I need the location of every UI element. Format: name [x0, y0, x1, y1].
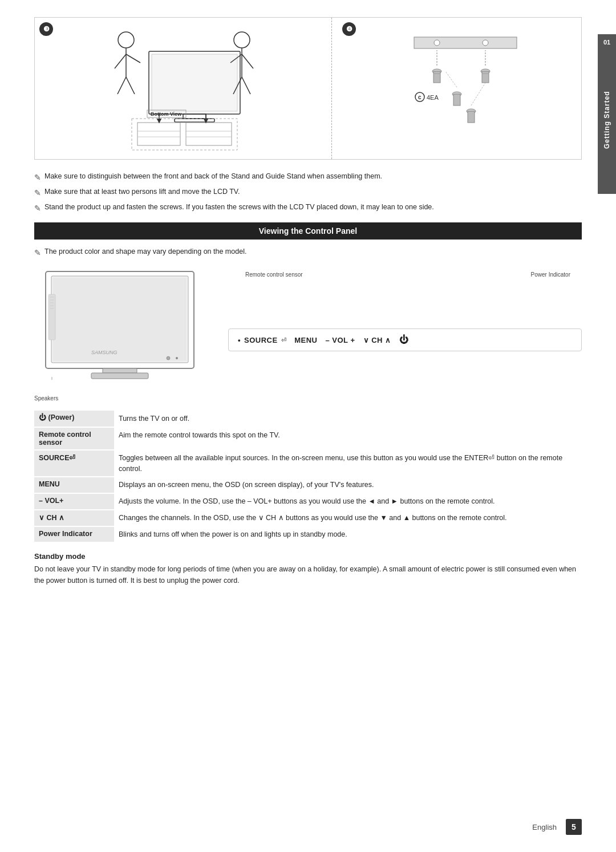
feature-name: Remote control sensor: [34, 427, 114, 450]
note-item-3: ✎ Stand the product up and fasten the sc…: [34, 202, 582, 214]
footer-language: English: [532, 823, 557, 831]
svg-rect-9: [175, 119, 214, 122]
feature-description: Toggles between all the available input …: [114, 450, 582, 477]
ch-label: ∨ CH ∧: [363, 336, 391, 344]
feature-name: SOURCE⏎: [34, 450, 114, 477]
tv-diagram-svg: SAMSUNG: [34, 266, 205, 391]
feature-row: MENUDisplays an on-screen menu, the OSD …: [34, 477, 582, 493]
feature-row: – VOL+Adjusts the volume. In the OSD, us…: [34, 493, 582, 510]
menu-label: MENU: [294, 336, 317, 344]
feature-row: Power IndicatorBlinks and turns off when…: [34, 526, 582, 543]
svg-rect-51: [103, 368, 137, 373]
svg-line-4: [117, 77, 126, 94]
svg-text:SAMSUNG: SAMSUNG: [91, 350, 117, 355]
feature-description: Aim the remote control towards this spot…: [114, 427, 582, 450]
feature-name: ⏻ (Power): [34, 411, 114, 427]
feature-row: SOURCE⏎Toggles between all the available…: [34, 450, 582, 477]
svg-point-54: [176, 357, 178, 359]
feature-description: Changes the channels. In the OSD, use th…: [114, 510, 582, 526]
svg-line-5: [126, 77, 135, 94]
control-bar: • SOURCE⏎ MENU – VOL + ∨ CH ∧ ⏻: [228, 328, 582, 351]
footer: English 5: [34, 819, 582, 835]
svg-rect-36: [482, 71, 489, 83]
control-labels-area: Remote control sensor Power Indicator • …: [228, 266, 582, 351]
svg-text:Bottom View: Bottom View: [151, 111, 182, 117]
feature-row: Remote control sensorAim the remote cont…: [34, 427, 582, 450]
vol-label: – VOL +: [325, 336, 355, 344]
svg-text:4EA: 4EA: [427, 94, 439, 101]
remote-sensor-label: Remote control sensor: [245, 271, 303, 278]
color-note: ✎ The product color and shape may vary d…: [34, 246, 582, 259]
control-panel-area: SAMSUNG Speakers: [34, 266, 582, 401]
illustration-step3: ❸: [35, 18, 332, 159]
note-icon-3: ✎: [34, 202, 41, 214]
feature-description: Blinks and turns off when the power is o…: [114, 526, 582, 543]
power-indicator-label: Power Indicator: [531, 271, 570, 278]
feature-name: ∨ CH ∧: [34, 510, 114, 526]
svg-rect-39: [453, 94, 460, 106]
section-header: Viewing the Control Panel: [34, 222, 582, 240]
svg-line-15: [242, 77, 250, 94]
feature-row: ⏻ (Power)Turns the TV on or off.: [34, 411, 582, 427]
svg-point-10: [234, 32, 250, 48]
svg-line-3: [126, 54, 140, 63]
feature-name: MENU: [34, 477, 114, 493]
svg-point-0: [118, 32, 134, 48]
svg-rect-49: [53, 278, 187, 361]
note-icon-1: ✎: [34, 172, 41, 184]
feature-name: Power Indicator: [34, 526, 114, 543]
step4-svg: c 4EA: [391, 26, 528, 151]
power-symbol: ⏻: [399, 335, 409, 345]
illustration-area: ❸: [34, 17, 582, 160]
notes-section: ✎ Make sure to distinguish between the f…: [34, 171, 582, 214]
svg-rect-18: [186, 123, 232, 145]
svg-line-45: [445, 71, 457, 87]
step3-svg: Bottom View: [100, 23, 266, 154]
svg-point-29: [483, 40, 488, 46]
feature-description: Turns the TV on or off.: [114, 411, 582, 427]
svg-rect-41: [468, 111, 475, 123]
note-icon-2: ✎: [34, 187, 41, 199]
source-label: SOURCE: [244, 336, 278, 344]
note-item-1: ✎ Make sure to distinguish between the f…: [34, 171, 582, 184]
svg-line-46: [471, 83, 485, 106]
svg-rect-17: [137, 123, 180, 145]
step3-badge: ❸: [39, 22, 53, 36]
svg-rect-27: [414, 37, 517, 48]
feature-row: ∨ CH ∧Changes the channels. In the OSD, …: [34, 510, 582, 526]
svg-line-13: [242, 54, 253, 68]
standby-text: Do not leave your TV in standby mode for…: [34, 563, 582, 586]
source-icon: ⏎: [281, 336, 287, 344]
feature-table: ⏻ (Power)Turns the TV on or off.Remote c…: [34, 411, 582, 543]
svg-rect-7: [152, 54, 237, 111]
footer-page: 5: [566, 819, 582, 835]
standby-title: Standby mode: [34, 552, 582, 561]
step4-badge: ❹: [342, 22, 356, 36]
speakers-label: Speakers: [34, 395, 217, 401]
svg-point-53: [167, 356, 170, 360]
tv-diagram: SAMSUNG Speakers: [34, 266, 217, 401]
svg-point-28: [434, 40, 440, 46]
feature-description: Adjusts the volume. In the OSD, use the …: [114, 493, 582, 510]
svg-text:c: c: [418, 94, 422, 100]
feature-name: – VOL+: [34, 493, 114, 510]
svg-line-2: [115, 54, 126, 68]
svg-rect-55: [48, 294, 55, 340]
svg-rect-33: [433, 71, 440, 83]
svg-rect-8: [183, 114, 206, 119]
control-dot: •: [238, 336, 241, 344]
note-item-2: ✎ Make sure that at least two persons li…: [34, 186, 582, 199]
standby-section: Standby mode Do not leave your TV in sta…: [34, 552, 582, 586]
page-container: ❸: [0, 0, 616, 852]
illustration-step4: ❹: [338, 18, 581, 159]
svg-rect-52: [91, 373, 148, 379]
feature-description: Displays an on-screen menu, the OSD (on …: [114, 477, 582, 493]
color-note-icon: ✎: [34, 247, 41, 259]
